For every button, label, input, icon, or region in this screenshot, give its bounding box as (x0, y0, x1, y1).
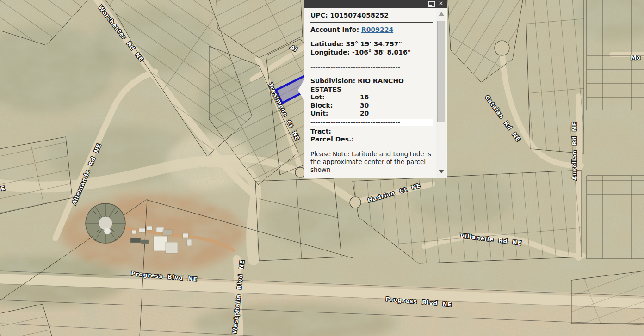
parcel-des-label: Parcel Des.: (310, 135, 354, 143)
dashed-separator: ------------------------------------ (310, 119, 433, 126)
tract-label: Tract: (310, 128, 331, 135)
popup-body: UPC: 1015074058252 Account Info: R009224… (304, 8, 436, 178)
scroll-down-button[interactable] (436, 166, 446, 177)
latitude-value: 35° 19' 34.757" (346, 40, 402, 48)
subdivision-row: Subdivision: RIO RANCHO ESTATES (310, 77, 413, 93)
latitude-label: Latitude: (310, 40, 344, 48)
unit-row: Unit: 20 (310, 110, 433, 118)
scroll-up-button[interactable] (436, 9, 446, 19)
block-label: Block: (310, 102, 358, 110)
unit-value: 20 (360, 110, 369, 117)
gis-viewer: Worchester Rd NEAlAllemande Rd NETresime… (0, 0, 644, 336)
restore-window-icon (428, 1, 435, 7)
upc-label: UPC: (310, 12, 328, 19)
parcel-info-popup: ✕ UPC: 1015074058252 Account Info: R0092… (304, 0, 447, 178)
close-icon: ✕ (439, 0, 444, 7)
upc-value: 1015074058252 (330, 12, 389, 19)
lot-row: Lot: 16 (310, 93, 433, 102)
latitude-row: Latitude: 35° 19' 34.757" (310, 40, 433, 49)
water-tank (86, 203, 125, 243)
account-label: Account Info: (310, 26, 359, 33)
account-row: Account Info: R009224 (310, 26, 433, 34)
popup-titlebar: ✕ (304, 0, 447, 8)
divider-rule (310, 22, 433, 23)
close-button[interactable]: ✕ (437, 0, 445, 8)
road-label: Mo (631, 54, 641, 61)
longitude-label: Longitude: (310, 49, 350, 56)
arrow-down-icon (439, 170, 444, 173)
popup-pointer (298, 79, 304, 101)
road-label: Aurelian Rd NE (571, 122, 578, 180)
account-link[interactable]: R009224 (361, 26, 393, 33)
upc-row: UPC: 1015074058252 (310, 12, 433, 20)
longitude-value: -106° 38' 8.016" (352, 49, 411, 56)
unit-label: Unit: (310, 110, 358, 118)
parcel-des-row: Parcel Des.: (310, 135, 433, 144)
scrollbar-thumb[interactable] (437, 21, 445, 122)
tract-row: Tract: (310, 128, 433, 136)
lot-label: Lot: (310, 93, 358, 102)
subdivision-label: Subdivision: (310, 77, 355, 85)
longitude-row: Longitude: -106° 38' 8.016" (310, 49, 433, 57)
dashed-separator: ------------------------------------ (310, 64, 433, 71)
block-value: 30 (360, 102, 369, 109)
note-text: Please Note: Latitude and Longitude is t… (310, 150, 433, 174)
arrow-up-icon (439, 12, 444, 16)
lot-value: 16 (360, 93, 369, 101)
restore-window-button[interactable] (428, 1, 435, 7)
popup-scrollbar[interactable] (436, 8, 446, 178)
block-row: Block: 30 (310, 102, 433, 110)
